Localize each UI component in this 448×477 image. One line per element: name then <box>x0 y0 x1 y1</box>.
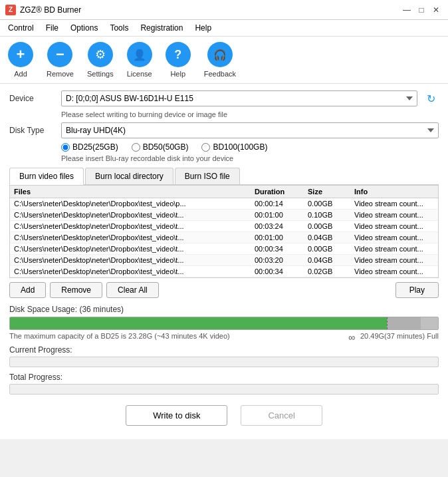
file-list-container: Files Duration Size Info C:\Users\neter\… <box>9 185 439 278</box>
radio-bd50[interactable]: BD50(50GB) <box>132 142 189 152</box>
tab-burn-iso[interactable]: Burn ISO file <box>175 168 240 184</box>
cancel-button[interactable]: Cancel <box>241 405 322 426</box>
device-row: Device D: [0;0;0] ASUS BW-16D1H-U E115 ↻ <box>9 90 439 106</box>
radio-bd25-input[interactable] <box>61 143 70 152</box>
cell-duration: 00:01:00 <box>255 234 308 241</box>
total-progress-bar <box>9 384 439 395</box>
clear-all-button[interactable]: Clear All <box>106 282 159 298</box>
menu-registration[interactable]: Registration <box>135 21 188 35</box>
remove-files-button[interactable]: Remove <box>50 282 102 298</box>
cell-size: 0.00GB <box>308 245 354 253</box>
disk-bar-over <box>421 317 438 329</box>
device-refresh-button[interactable]: ↻ <box>423 90 439 106</box>
file-list-header: Files Duration Size Info <box>10 186 438 198</box>
main-content: Device D: [0;0;0] ASUS BW-16D1H-U E115 ↻… <box>0 84 448 439</box>
cell-size: 0.02GB <box>308 267 354 275</box>
radio-bd25[interactable]: BD25(25GB) <box>61 142 118 152</box>
action-buttons: Add Remove Clear All Play <box>9 282 439 298</box>
tab-burn-video[interactable]: Burn video files <box>9 168 84 185</box>
toolbar-remove-label: Remove <box>47 70 74 78</box>
app-icon: Z <box>5 5 16 15</box>
disk-type-label: Disk Type <box>9 126 56 135</box>
table-row[interactable]: C:\Users\neter\Desktop\neter\Dropbox\tes… <box>10 232 438 243</box>
cell-file: C:\Users\neter\Desktop\neter\Dropbox\tes… <box>14 234 255 241</box>
total-progress-label: Total Progress: <box>9 373 439 382</box>
add-files-button[interactable]: Add <box>9 282 46 298</box>
radio-bd50-input[interactable] <box>132 143 140 152</box>
device-select[interactable]: D: [0;0;0] ASUS BW-16D1H-U E115 <box>61 90 417 106</box>
table-row[interactable]: C:\Users\neter\Desktop\neter\Dropbox\tes… <box>10 210 438 221</box>
radio-bd50-label: BD50(50GB) <box>143 142 189 152</box>
tabs-container: Burn video files Burn local directory Bu… <box>9 168 439 185</box>
cell-duration: 00:01:00 <box>255 211 308 219</box>
toolbar-settings-button[interactable]: ⚙ Settings <box>87 42 114 78</box>
write-to-disk-button[interactable]: Write to disk <box>126 405 227 426</box>
toolbar-license-label: License <box>127 70 152 78</box>
tab-burn-local[interactable]: Burn local directory <box>85 168 173 184</box>
cell-info: Video stream count... <box>354 222 434 230</box>
toolbar-remove-button[interactable]: − Remove <box>47 42 74 78</box>
file-list-body: C:\Users\neter\Desktop\neter\Dropbox\tes… <box>10 198 438 277</box>
current-progress-bar <box>9 357 439 367</box>
cell-size: 0.04GB <box>308 234 354 241</box>
cell-duration: 00:00:14 <box>255 200 308 208</box>
toolbar-add-button[interactable]: + Add <box>8 42 33 78</box>
radio-bd100[interactable]: BD100(100GB) <box>201 142 267 152</box>
feedback-icon: 🎧 <box>207 42 233 67</box>
col-size: Size <box>308 188 354 196</box>
disk-type-select[interactable]: Blu-ray UHD(4K) <box>61 122 439 138</box>
cell-file: C:\Users\neter\Desktop\neter\Dropbox\tes… <box>14 222 255 230</box>
toolbar-help-button[interactable]: ? Help <box>166 42 191 78</box>
table-row[interactable]: C:\Users\neter\Desktop\neter\Dropbox\tes… <box>10 221 438 232</box>
menu-control[interactable]: Control <box>3 21 39 35</box>
toolbar-license-button[interactable]: 👤 License <box>127 42 152 78</box>
cell-size: 0.04GB <box>308 256 354 264</box>
table-row[interactable]: C:\Users\neter\Desktop\neter\Dropbox\tes… <box>10 255 438 266</box>
maximize-button[interactable]: □ <box>415 3 428 17</box>
table-row[interactable]: C:\Users\neter\Desktop\neter\Dropbox\tes… <box>10 243 438 255</box>
cell-size: 0.00GB <box>308 222 354 230</box>
disk-right-text: 20.49G(37 minutes) Full <box>360 332 439 340</box>
cell-info: Video stream count... <box>354 245 434 253</box>
col-duration: Duration <box>255 188 308 196</box>
cell-duration: 00:03:24 <box>255 222 308 230</box>
total-progress-section: Total Progress: <box>9 373 439 395</box>
table-row[interactable]: C:\Users\neter\Desktop\neter\Dropbox\tes… <box>10 266 438 277</box>
infinity-symbol: ∞ <box>348 332 355 343</box>
toolbar-feedback-button[interactable]: 🎧 Feedback <box>204 42 236 78</box>
cell-file: C:\Users\neter\Desktop\neter\Dropbox\tes… <box>14 211 255 219</box>
device-hint: Please select writing to burning device … <box>61 110 439 118</box>
toolbar-settings-label: Settings <box>87 70 114 78</box>
help-icon: ? <box>166 42 191 67</box>
table-row[interactable]: C:\Users\neter\Desktop\neter\Dropbox\tes… <box>10 198 438 210</box>
menu-help[interactable]: Help <box>189 21 217 35</box>
menu-tools[interactable]: Tools <box>104 21 134 35</box>
cell-info: Video stream count... <box>354 234 434 241</box>
toolbar: + Add − Remove ⚙ Settings 👤 License ? He… <box>0 37 448 84</box>
minimize-button[interactable]: — <box>400 3 413 17</box>
radio-bd100-label: BD100(100GB) <box>213 142 267 152</box>
play-button[interactable]: Play <box>395 282 439 298</box>
cell-file: C:\Users\neter\Desktop\neter\Dropbox\tes… <box>14 267 255 275</box>
disk-bar-used <box>10 317 387 329</box>
disk-space-section: Disk Space Usage: (36 minutes) The maxim… <box>9 305 439 340</box>
menu-options[interactable]: Options <box>65 21 103 35</box>
app-title: ZGZ® BD Burner <box>20 5 81 15</box>
cell-duration: 00:00:34 <box>255 267 308 275</box>
menu-file[interactable]: File <box>41 21 64 35</box>
cell-duration: 00:03:20 <box>255 256 308 264</box>
cell-info: Video stream count... <box>354 211 434 219</box>
close-button[interactable]: ✕ <box>429 3 443 17</box>
title-bar-controls: — □ ✕ <box>400 3 443 17</box>
toolbar-add-label: Add <box>14 70 27 78</box>
disk-size-radio-group: BD25(25GB) BD50(50GB) BD100(100GB) <box>61 142 439 152</box>
cell-size: 0.00GB <box>308 200 354 208</box>
radio-bd100-input[interactable] <box>201 143 210 152</box>
disk-type-row: Disk Type Blu-ray UHD(4K) <box>9 122 439 138</box>
device-label: Device <box>9 94 56 103</box>
current-progress-section: Current Progress: <box>9 345 439 367</box>
bottom-buttons: Write to disk Cancel <box>9 405 439 432</box>
cell-info: Video stream count... <box>354 256 434 264</box>
cell-file: C:\Users\neter\Desktop\neter\Dropbox\tes… <box>14 245 255 253</box>
settings-icon: ⚙ <box>88 42 113 67</box>
